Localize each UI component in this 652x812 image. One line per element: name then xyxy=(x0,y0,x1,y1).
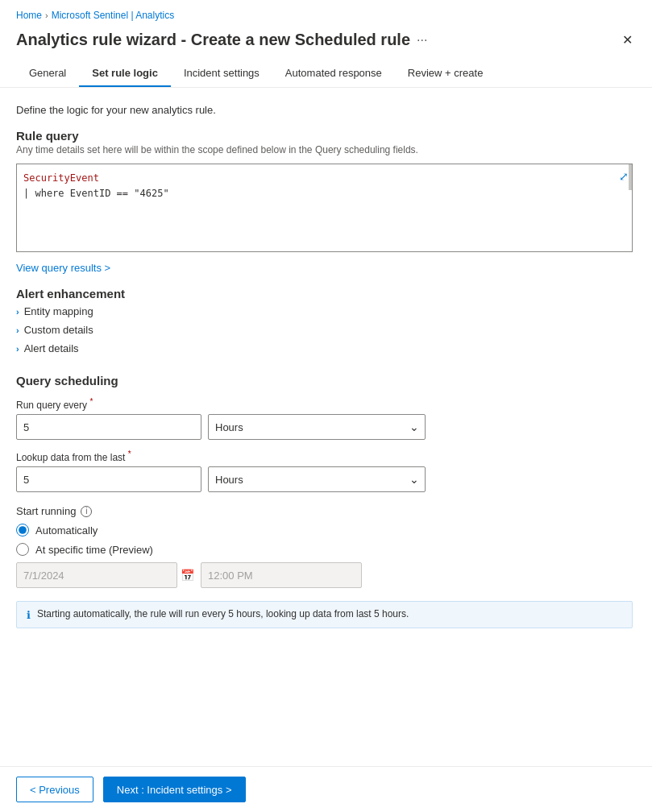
breadcrumb-home[interactable]: Home xyxy=(16,10,42,21)
radio-automatically-input[interactable] xyxy=(16,524,29,536)
tab-set-rule-logic[interactable]: Set rule logic xyxy=(79,60,171,87)
radio-specific-time-label: At specific time (Preview) xyxy=(35,544,153,556)
alert-enhancement-section: Alert enhancement › Entity mapping › Cus… xyxy=(16,287,633,358)
tab-general[interactable]: General xyxy=(16,60,79,87)
radio-automatically[interactable]: Automatically xyxy=(16,524,633,536)
rule-query-subtext: Any time details set here will be within… xyxy=(16,144,633,155)
time-input[interactable] xyxy=(201,562,362,588)
run-query-unit-wrapper: Minutes Hours Days xyxy=(208,414,426,440)
page-wrapper: Home › Microsoft Sentinel | Analytics An… xyxy=(0,0,652,812)
expand-icon[interactable]: ⤢ xyxy=(619,168,629,185)
entity-mapping-label: Entity mapping xyxy=(24,305,93,317)
calendar-icon[interactable]: 📅 xyxy=(181,569,194,582)
next-button[interactable]: Next : Incident settings > xyxy=(103,777,246,802)
tab-incident-settings[interactable]: Incident settings xyxy=(171,60,272,87)
query-line-2: | where EventID == "4625" xyxy=(23,186,625,201)
custom-details-label: Custom details xyxy=(24,324,93,336)
alert-details-label: Alert details xyxy=(24,342,79,354)
run-query-row: Minutes Hours Days xyxy=(16,414,633,440)
breadcrumb: Home › Microsoft Sentinel | Analytics xyxy=(0,0,652,26)
title-bar: Analytics rule wizard - Create a new Sch… xyxy=(0,26,652,60)
tab-review-create[interactable]: Review + create xyxy=(395,60,496,87)
custom-details-chevron: › xyxy=(16,325,19,335)
query-scheduling-heading: Query scheduling xyxy=(16,374,633,387)
entity-mapping-item[interactable]: › Entity mapping xyxy=(16,302,633,321)
radio-automatically-label: Automatically xyxy=(35,524,98,536)
define-text: Define the logic for your new analytics … xyxy=(16,104,633,116)
lookup-data-unit-wrapper: Minutes Hours Days xyxy=(208,466,426,492)
breadcrumb-sep-1: › xyxy=(45,10,48,20)
query-line-1: SecurityEvent xyxy=(23,171,625,186)
content-area: Define the logic for your new analytics … xyxy=(0,88,652,766)
lookup-data-input[interactable] xyxy=(16,466,201,492)
footer: < Previous Next : Incident settings > xyxy=(0,766,652,812)
custom-details-item[interactable]: › Custom details xyxy=(16,321,633,339)
query-code-block[interactable]: SecurityEvent | where EventID == "4625" … xyxy=(16,164,633,252)
date-input[interactable] xyxy=(16,562,177,588)
info-box-text: Starting automatically, the rule will ru… xyxy=(37,608,409,619)
lookup-data-unit-select[interactable]: Minutes Hours Days xyxy=(208,466,426,492)
radio-specific-time[interactable]: At specific time (Preview) xyxy=(16,543,633,556)
run-query-unit-select[interactable]: Minutes Hours Days xyxy=(208,414,426,440)
query-editor-wrapper: SecurityEvent | where EventID == "4625" … xyxy=(16,164,633,252)
alert-enhancement-heading: Alert enhancement xyxy=(16,287,633,300)
start-running-label: Start running i xyxy=(16,505,633,517)
tab-automated-response[interactable]: Automated response xyxy=(272,60,395,87)
tabs-nav: General Set rule logic Incident settings… xyxy=(0,60,652,88)
entity-mapping-chevron: › xyxy=(16,307,19,317)
start-running-radio-group: Automatically At specific time (Preview) xyxy=(16,524,633,556)
run-query-input[interactable] xyxy=(16,414,201,440)
title-bar-left: Analytics rule wizard - Create a new Sch… xyxy=(16,31,427,49)
more-options-icon[interactable]: ··· xyxy=(417,33,427,48)
info-box-icon: ℹ xyxy=(27,609,31,621)
previous-button[interactable]: < Previous xyxy=(16,777,93,802)
start-running-info-icon: i xyxy=(81,506,92,517)
rule-query-heading: Rule query xyxy=(16,129,633,143)
view-query-link[interactable]: View query results > xyxy=(16,262,110,274)
run-query-label: Run query every * xyxy=(16,397,633,411)
start-running-section: Start running i Automatically At specifi… xyxy=(16,505,633,628)
lookup-data-label: Lookup data from the last * xyxy=(16,450,633,463)
query-scrollbar xyxy=(629,164,632,190)
lookup-data-row: Minutes Hours Days xyxy=(16,466,633,492)
date-time-row: 📅 xyxy=(16,562,633,588)
radio-specific-time-input[interactable] xyxy=(16,543,29,556)
close-button[interactable]: ✕ xyxy=(619,29,636,51)
query-scheduling-section: Query scheduling Run query every * Minut… xyxy=(16,374,633,492)
info-box: ℹ Starting automatically, the rule will … xyxy=(16,601,633,628)
breadcrumb-sentinel[interactable]: Microsoft Sentinel | Analytics xyxy=(52,10,175,21)
alert-details-chevron: › xyxy=(16,344,19,354)
page-title: Analytics rule wizard - Create a new Sch… xyxy=(16,31,410,49)
rule-query-section: Rule query Any time details set here wil… xyxy=(16,129,633,252)
alert-details-item[interactable]: › Alert details xyxy=(16,339,633,358)
